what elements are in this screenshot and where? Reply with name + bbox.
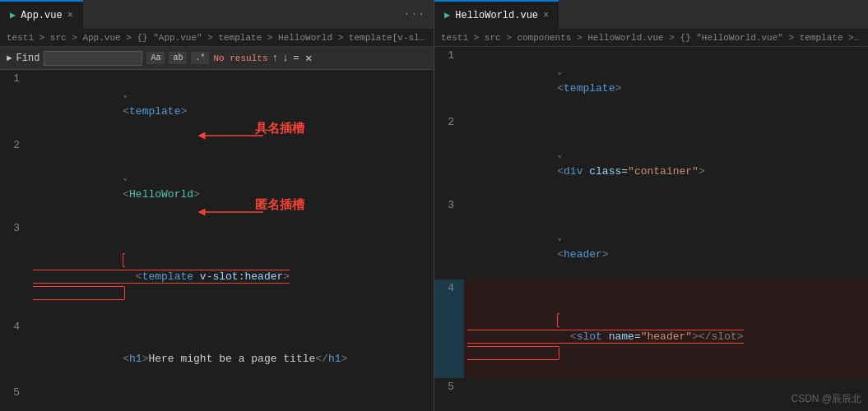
- regex-btn[interactable]: .*: [191, 52, 209, 64]
- table-row: 4 <h1>Here might be a page title</h1>: [0, 318, 434, 384]
- breadcrumb-left-text: test1 > src > App.vue > {} "App.vue" > t…: [7, 33, 427, 43]
- more-icon-left: ···: [404, 8, 425, 21]
- code-table-right: 1 ⌄ <template> 2 ⌄ <div class="container…: [434, 47, 868, 411]
- arrow-svg-anonymous: [197, 206, 267, 230]
- tab-app-vue[interactable]: ▶ App.vue ×: [0, 0, 83, 29]
- tab-helloworld-vue[interactable]: ▶ HelloWorld.vue ×: [434, 0, 559, 29]
- find-bar: ► Find Aa ab .* No results ↑ ↓ = ✕: [0, 47, 434, 70]
- table-row: 1 ⌄ <template>: [0, 70, 434, 136]
- tab-label-helloworld: HelloWorld.vue: [455, 10, 538, 21]
- breadcrumb-right-text: test1 > src > components > HelloWorld.vu…: [441, 33, 861, 43]
- arrow-anonymous-slot: [197, 206, 267, 233]
- arrow-svg-named: [197, 129, 267, 154]
- tab-close-app[interactable]: ×: [67, 10, 73, 21]
- table-row: 4 <slot name="header"></slot>: [434, 279, 868, 378]
- find-select-all-btn[interactable]: =: [293, 52, 299, 64]
- code-area-left: 具名插槽 匿名插槽: [0, 70, 434, 411]
- vue-icon-left: ▶: [10, 9, 16, 21]
- tab-close-helloworld[interactable]: ×: [543, 10, 549, 21]
- table-row: 3 ⌄ <header>: [434, 196, 868, 279]
- breadcrumb-left: test1 > src > App.vue > {} "App.vue" > t…: [0, 29, 434, 46]
- find-chevron-icon: ►: [7, 53, 12, 63]
- find-input[interactable]: [44, 51, 142, 66]
- breadcrumb-right: test1 > src > components > HelloWorld.vu…: [434, 29, 868, 46]
- watermark: CSDN @辰辰北: [791, 392, 861, 406]
- find-label: Find: [16, 53, 40, 64]
- find-close-btn[interactable]: ✕: [305, 51, 312, 65]
- tab-more-left[interactable]: ···: [396, 0, 434, 29]
- find-prev-btn[interactable]: ↑: [272, 52, 278, 64]
- find-next-btn[interactable]: ↓: [282, 52, 289, 64]
- tab-label-app: App.vue: [21, 10, 62, 21]
- vue-icon-right: ▶: [444, 9, 450, 21]
- table-row: 3 <template v-slot:header>: [0, 219, 434, 318]
- find-no-results: No results: [213, 53, 267, 63]
- code-table-left: 1 ⌄ <template> 2 ⌄ <HelloWorld>: [0, 70, 434, 411]
- code-area-right: 1 ⌄ <template> 2 ⌄ <div class="container…: [434, 47, 868, 411]
- match-case-btn[interactable]: Aa: [146, 52, 165, 64]
- whole-word-btn[interactable]: ab: [169, 52, 187, 64]
- table-row: 2 ⌄ <div class="container">: [434, 113, 868, 196]
- table-row: 5 </template>: [0, 384, 434, 411]
- arrow-named-slot: [197, 129, 267, 157]
- table-row: 1 ⌄ <template>: [434, 47, 868, 113]
